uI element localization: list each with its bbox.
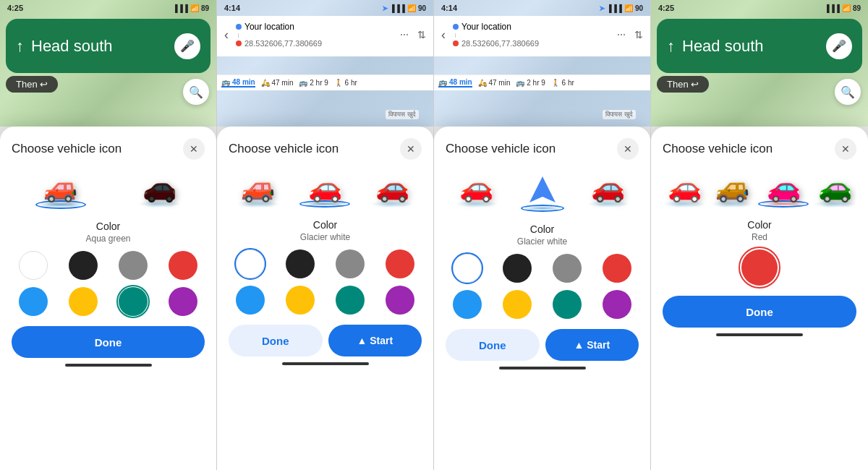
route-bar-3: ‹ Your location 28.532606,77.380669 ⋯ ⇅ [434, 16, 650, 56]
vehicle-item-car-3[interactable]: 🚗 [455, 171, 498, 212]
back-button-3[interactable]: ‹ [441, 27, 446, 43]
back-button-2[interactable]: ‹ [224, 27, 229, 43]
color-grid-2 [229, 249, 422, 315]
home-indicator-3 [499, 367, 586, 369]
vehicle-emoji-car-dark: 🚗 [142, 171, 176, 203]
location-icon-3: ➤ [599, 4, 605, 12]
close-button-2[interactable]: ✕ [400, 138, 422, 160]
status-icons-4: ▐▐▐ 📶 89 [825, 4, 861, 12]
status-bar-3: 4:14 ➤ ▐▐▐ 📶 90 [434, 0, 650, 16]
color-black-3[interactable] [503, 254, 532, 283]
color-blue-3[interactable] [453, 290, 482, 319]
more-btn-2[interactable]: ⋯ [400, 30, 409, 40]
color-gray-2[interactable] [336, 249, 365, 278]
microphone-button-1[interactable]: 🎤 [174, 33, 200, 59]
done-button-2[interactable]: Done [229, 325, 323, 356]
transport-bus2-3[interactable]: 🚌 2 hr 9 [516, 79, 545, 87]
color-blue-1[interactable] [19, 287, 48, 316]
transport-bus-3[interactable]: 🚌 48 min [438, 78, 472, 87]
microphone-button-4[interactable]: 🎤 [826, 33, 852, 59]
battery-icon: 89 [201, 4, 209, 12]
color-red-1[interactable] [169, 251, 197, 280]
vehicle-item-suv-2[interactable]: 🚙 [237, 171, 280, 208]
close-button-3[interactable]: ✕ [617, 138, 639, 160]
svg-marker-0 [529, 176, 556, 202]
route-header-2: ‹ Your location 28.532606,77.380669 ⋯ ⇅ [224, 22, 426, 48]
close-button-1[interactable]: ✕ [183, 138, 205, 160]
color-sublabel-3: Glacier white [446, 236, 639, 247]
color-sublabel-1: Aqua green [12, 234, 205, 244]
sheet-title-3: Choose vehicle icon [446, 142, 556, 156]
map-background-4: 4:25 ▐▐▐ 📶 89 ↑ Head south 🎤 Then ↩ 🔍 [651, 0, 868, 127]
done-button-4[interactable]: Done [663, 296, 856, 328]
origin-dot-3 [453, 24, 459, 30]
vehicle-item-car2-2[interactable]: 🚗 [370, 171, 414, 208]
nav-triangle-svg-3 [527, 174, 558, 205]
color-gray-3[interactable] [553, 254, 582, 283]
status-bar-2: 4:14 ➤ ▐▐▐ 📶 90 [217, 0, 433, 16]
color-purple-3[interactable] [603, 290, 631, 319]
vehicle-emoji-suv-blue-4: 🚙 [715, 171, 749, 203]
color-grid-4 [663, 249, 856, 286]
vehicle-emoji-car-green-4: 🚗 [818, 171, 852, 203]
color-teal-3[interactable] [553, 290, 582, 319]
home-indicator-2 [282, 362, 369, 365]
color-white-2[interactable] [236, 249, 265, 278]
color-black-2[interactable] [286, 249, 315, 278]
color-yellow-1[interactable] [69, 287, 98, 316]
wifi-icon-4: 📶 [842, 4, 851, 12]
swap-btn-2[interactable]: ⇅ [417, 29, 426, 40]
vehicle-item-car-white-4[interactable]: 🚗 [663, 171, 706, 208]
sheet-header-1: Choose vehicle icon ✕ [12, 138, 205, 160]
search-button-4[interactable]: 🔍 [835, 79, 861, 105]
vehicle-item-car-dark[interactable]: 🚗 [137, 171, 181, 209]
swap-btn-3[interactable]: ⇅ [634, 29, 643, 40]
done-button-3[interactable]: Done [446, 329, 540, 361]
status-icons-3: ➤ ▐▐▐ 📶 90 [599, 4, 643, 12]
bottom-sheet-3: Choose vehicle icon ✕ 🚗 🚗 Color [434, 127, 650, 470]
nav-triangle-container-3 [524, 171, 561, 208]
transport-walk-3[interactable]: 🚶 6 hr [551, 79, 574, 87]
color-yellow-3[interactable] [503, 290, 532, 319]
start-button-2[interactable]: ▲ Start [328, 325, 422, 356]
vehicle-item-car-white-2[interactable]: 🚗 [299, 171, 350, 208]
then-label-4: Then ↩ [667, 79, 699, 90]
color-white-3[interactable] [453, 254, 482, 283]
color-red-only-4[interactable] [741, 249, 778, 286]
color-white-1[interactable] [19, 251, 48, 280]
search-button-1[interactable]: 🔍 [183, 79, 209, 105]
color-gray-1[interactable] [119, 251, 148, 280]
transport-moto-3[interactable]: 🛵 47 min [478, 79, 511, 87]
color-teal-2[interactable] [336, 286, 365, 315]
transport-moto-2[interactable]: 🛵 47 min [261, 79, 294, 87]
color-purple-1[interactable] [169, 287, 197, 316]
color-blue-2[interactable] [236, 286, 265, 315]
vehicle-emoji-car-3: 🚗 [459, 171, 493, 203]
map-background-2: 4:14 ➤ ▐▐▐ 📶 90 ‹ Your location [217, 0, 433, 127]
vehicle-item-car-red-4[interactable]: 🚗 [758, 171, 809, 208]
vehicle-item-suv-3[interactable]: 🚗 [587, 171, 630, 212]
color-black-1[interactable] [69, 251, 98, 280]
start-button-3[interactable]: ▲ Start [545, 329, 639, 361]
vehicle-emoji-suv-teal: 🚙 [43, 171, 77, 203]
bottom-sheet-1: Choose vehicle icon ✕ 🚙 🚗 Color Aqua gre… [0, 127, 216, 470]
color-red-3[interactable] [603, 254, 631, 283]
transport-bus2-2[interactable]: 🚌 2 hr 9 [299, 79, 328, 87]
time-1: 4:25 [7, 4, 23, 12]
vehicle-item-car-green-4[interactable]: 🚗 [813, 171, 856, 208]
color-yellow-2[interactable] [286, 286, 315, 315]
done-button-1[interactable]: Done [12, 326, 205, 358]
transport-bus-2[interactable]: 🚌 48 min [221, 78, 255, 87]
vehicle-emoji-car2-2: 🚗 [375, 171, 409, 203]
color-purple-2[interactable] [386, 286, 414, 315]
map-background-3: 4:14 ➤ ▐▐▐ 📶 90 ‹ Your location [434, 0, 650, 127]
transport-walk-2[interactable]: 🚶 6 hr [334, 79, 357, 87]
vehicle-emoji-suv-3: 🚗 [591, 171, 625, 203]
close-button-4[interactable]: ✕ [835, 138, 856, 160]
vehicle-item-suv-blue-4[interactable]: 🚙 [710, 171, 754, 208]
vehicle-item-suv-teal[interactable]: 🚙 [35, 171, 86, 209]
color-red-2[interactable] [386, 249, 414, 278]
color-teal-1[interactable] [119, 287, 148, 316]
more-btn-3[interactable]: ⋯ [617, 30, 626, 40]
vehicle-item-nav-3[interactable] [521, 171, 564, 212]
